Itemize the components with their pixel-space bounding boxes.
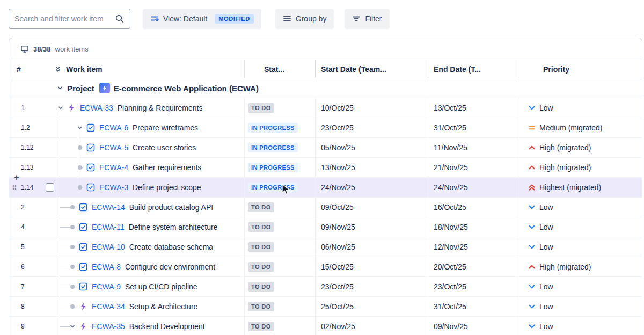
issue-key-link[interactable]: ECWA-11 [92,223,125,231]
start-date-cell[interactable]: 23/Oct/25 [316,277,428,296]
issue-key-link[interactable]: ECWA-14 [92,203,125,212]
column-header-work-item[interactable]: Work item [54,60,245,78]
issue-summary[interactable]: Create user stories [133,143,196,152]
table-row[interactable]: + ⠿ 1 ECWA-33 Planning & Requirements TO… [9,98,642,118]
expand-toggle-icon[interactable] [69,323,76,330]
table-row[interactable]: + ⠿ 8 ECWA-34 Setup & Architecture TO DO… [9,297,642,317]
start-date-cell[interactable]: 02/Nov/25 [316,317,428,335]
start-date-cell[interactable]: 24/Nov/25 [316,178,428,197]
start-date-cell[interactable]: 05/Nov/25 [316,138,428,157]
status-badge[interactable]: TO DO [248,262,274,272]
start-date-cell[interactable]: 25/Oct/25 [316,297,428,316]
work-item-cell[interactable]: ECWA-4 Gather requirements [54,158,245,177]
end-date-cell[interactable]: 12/Nov/25 [428,237,519,257]
end-date-cell[interactable]: 20/Oct/25 [428,257,519,276]
add-row-button[interactable]: + [12,173,21,183]
status-cell[interactable]: TO DO [245,277,316,296]
status-cell[interactable]: TO DO [245,98,316,118]
priority-cell[interactable]: High (migrated) [519,138,642,157]
issue-key-link[interactable]: ECWA-3 [99,183,128,192]
status-cell[interactable]: TO DO [245,317,316,335]
issue-key-link[interactable]: ECWA-4 [99,163,128,172]
issue-key-link[interactable]: ECWA-10 [92,243,125,251]
work-item-cell[interactable]: ECWA-9 Set up CI/CD pipeline [54,277,245,296]
issue-summary[interactable]: Configure dev environment [125,263,215,271]
issue-key-link[interactable]: ECWA-9 [92,282,121,291]
table-row[interactable]: + ⠿ 5 ECWA-10 Create database schema [9,237,642,257]
end-date-cell[interactable]: 13/Oct/25 [428,98,519,118]
table-row[interactable]: + ⠿ 9 ECWA-35 Backend Development TO DO … [9,317,642,335]
search-input[interactable] [14,14,115,23]
drag-handle-icon[interactable]: ⠿ [12,184,17,192]
status-cell[interactable]: IN PROGRESS [245,138,316,157]
column-header-end-date[interactable]: End Date (T... [428,60,519,78]
start-date-cell[interactable]: 06/Nov/25 [316,237,428,257]
table-row[interactable]: + ⠿ 1.2 ECWA-6 Prepare wireframes [9,118,642,138]
issue-summary[interactable]: Gather requirements [133,163,201,172]
work-item-cell[interactable]: ECWA-33 Planning & Requirements [54,98,245,118]
status-badge[interactable]: TO DO [248,242,274,252]
status-cell[interactable]: TO DO [245,198,316,217]
status-badge[interactable]: TO DO [248,202,274,212]
priority-cell[interactable]: Low [519,277,642,296]
end-date-cell[interactable]: 23/Oct/25 [428,277,519,296]
start-date-cell[interactable]: 15/Oct/25 [316,257,428,276]
work-item-cell[interactable]: ECWA-5 Create user stories [54,138,245,157]
end-date-cell[interactable]: 31/Oct/25 [428,118,519,137]
column-header-status[interactable]: Stat... [245,60,316,78]
issue-summary[interactable]: Planning & Requirements [118,104,203,112]
end-date-cell[interactable]: 16/Oct/25 [428,198,519,217]
issue-summary[interactable]: Backend Development [129,322,205,331]
priority-cell[interactable]: High (migrated) [519,158,642,177]
end-date-cell[interactable]: 21/Nov/25 [428,158,519,177]
issue-summary[interactable]: Define system architecture [129,223,218,231]
issue-key-link[interactable]: ECWA-5 [99,143,128,152]
column-header-number[interactable]: # [9,60,54,78]
view-button[interactable]: View: Default MODIFIED [143,9,261,29]
end-date-cell[interactable]: 31/Oct/25 [428,297,519,316]
priority-cell[interactable]: High (migrated) [519,257,642,276]
work-item-cell[interactable]: ECWA-14 Build product catalog API [54,198,245,217]
status-badge[interactable]: TO DO [248,302,274,311]
priority-cell[interactable]: Low [519,98,642,118]
collapse-all-icon[interactable] [54,65,62,73]
priority-cell[interactable]: Low [519,217,642,237]
status-cell[interactable]: TO DO [245,297,316,316]
issue-summary[interactable]: Set up CI/CD pipeline [125,282,197,291]
status-cell[interactable]: IN PROGRESS [245,158,316,177]
status-badge[interactable]: TO DO [248,322,274,331]
table-row[interactable]: + ⠿ 1.14 ECWA-3 Define project scope [9,178,642,198]
column-header-start-date[interactable]: Start Date (Team... [316,60,428,78]
issue-summary[interactable]: Build product catalog API [129,203,213,212]
expand-toggle-icon[interactable] [57,105,64,111]
group-chevron-icon[interactable] [56,84,64,92]
filter-button[interactable]: Filter [345,9,389,29]
issue-key-link[interactable]: ECWA-33 [80,104,113,112]
start-date-cell[interactable]: 09/Nov/25 [316,217,428,237]
start-date-cell[interactable]: 09/Oct/25 [316,198,428,217]
status-badge[interactable]: IN PROGRESS [248,163,298,172]
end-date-cell[interactable]: 11/Nov/25 [428,138,519,157]
status-badge[interactable]: IN PROGRESS [248,183,298,192]
expand-toggle-icon[interactable] [77,125,83,131]
table-row[interactable]: + ⠿ 6 ECWA-8 Configure dev environment [9,257,642,277]
work-item-cell[interactable]: ECWA-34 Setup & Architecture [54,297,245,316]
work-item-cell[interactable]: ECWA-11 Define system architecture [54,217,245,237]
table-row[interactable]: + ⠿ 7 ECWA-9 Set up CI/CD pipeline [9,277,642,297]
table-row[interactable]: + ⠿ 2 ECWA-14 Build product catalog API [9,198,642,217]
table-row[interactable]: + ⠿ 1.13 ECWA-4 Gather requirements [9,158,642,178]
status-badge[interactable]: TO DO [248,222,274,232]
status-badge[interactable]: TO DO [248,282,274,292]
table-row[interactable]: + ⠿ 4 ECWA-11 Define system architecture [9,217,642,237]
group-by-button[interactable]: Group by [275,9,334,29]
work-item-cell[interactable]: ECWA-10 Create database schema [54,237,245,257]
end-date-cell[interactable]: 09/Nov/25 [428,317,519,335]
issue-key-link[interactable]: ECWA-35 [92,322,125,331]
status-badge[interactable]: TO DO [248,103,274,113]
status-cell[interactable]: IN PROGRESS [245,178,316,197]
row-checkbox[interactable] [46,183,54,192]
priority-cell[interactable]: Low [519,317,642,335]
issue-summary[interactable]: Setup & Architecture [129,302,198,311]
search-box[interactable] [9,9,130,29]
priority-cell[interactable]: Low [519,198,642,217]
